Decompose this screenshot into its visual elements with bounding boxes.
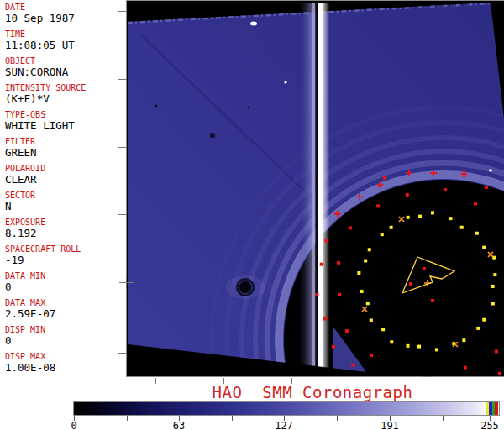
metadata-field: OBJECT SUN:CORONA <box>5 56 124 78</box>
fiducial-dot <box>407 216 410 219</box>
metadata-value: SUN:CORONA <box>5 66 124 78</box>
fiducial-dot <box>315 293 318 296</box>
fiducial-dot <box>431 299 434 302</box>
fiducial-dot <box>368 248 371 251</box>
metadata-value: 1.00E-08 <box>5 362 124 374</box>
fiducial-dot <box>423 267 426 270</box>
fiducial-dot <box>357 271 360 275</box>
axis-tick <box>118 214 127 215</box>
metadata-value: WHITE LIGHT <box>5 120 124 132</box>
fiducial-dot <box>493 273 496 276</box>
metadata-label: DATA MIN <box>5 271 124 281</box>
metadata-label: SPACECRAFT ROLL <box>5 244 124 254</box>
colorbar-tick <box>443 416 444 421</box>
fiducial-dot <box>435 348 438 351</box>
colorbar-tick <box>337 416 338 421</box>
fiducial-dot <box>460 226 464 229</box>
axis-tick <box>291 378 292 384</box>
metadata-label: SECTOR <box>5 191 124 200</box>
metadata-label: EXPOSURE <box>5 218 124 227</box>
plot-border-top <box>126 0 504 1</box>
metadata-field: SPACECRAFT ROLL -19 <box>5 244 124 266</box>
coronagraph-image-canvas[interactable] <box>126 0 504 377</box>
fiducial-dot <box>498 372 501 375</box>
metadata-value: 0 <box>5 281 124 293</box>
metadata-label: OBJECT <box>5 56 124 66</box>
plot-title: HAO SMM Coronagraph <box>213 383 413 401</box>
metadata-label: DISP MIN <box>5 325 124 334</box>
fiducial-dot <box>351 364 354 367</box>
metadata-field: DATA MIN 0 <box>5 271 124 293</box>
metadata-value: N <box>5 201 124 212</box>
metadata-field: SECTOR N <box>5 191 124 212</box>
fiducial-dot <box>431 211 434 214</box>
metadata-field: DATA MAX 2.59E-07 <box>5 298 124 320</box>
fiducial-dot <box>381 233 384 236</box>
fiducial-dot <box>383 176 386 180</box>
metadata-value: 2.59E-07 <box>5 308 124 320</box>
colorbar-tick-label: 255 <box>480 420 499 430</box>
fiducial-dot <box>491 302 495 305</box>
colorbar-tick-label: 191 <box>381 420 399 430</box>
metadata-value: 8.192 <box>5 228 124 239</box>
metadata-field: FILTER GREEN <box>5 137 124 159</box>
fiducial-dot <box>462 338 465 342</box>
coronagraph-image <box>126 0 504 377</box>
fiducial-dot <box>338 293 341 296</box>
metadata-label: DATE <box>5 3 124 12</box>
colorbar <box>73 401 500 416</box>
fiducial-dot <box>390 226 393 229</box>
axis-tick <box>360 378 360 384</box>
dark-speck <box>248 107 250 109</box>
metadata-value: 0 <box>5 335 124 347</box>
metadata-label: FILTER <box>5 137 124 146</box>
metadata-value: -19 <box>5 254 124 266</box>
axis-tick <box>223 378 224 384</box>
colorbar-tick <box>127 416 128 421</box>
metadata-field: POLAROID CLEAR <box>5 164 124 186</box>
axis-tick <box>118 11 127 12</box>
fiducial-dot <box>370 318 373 322</box>
fiducial-dot <box>390 340 393 343</box>
metadata-field: EXPOSURE 8.192 <box>5 218 124 239</box>
metadata-value: 10 Sep 1987 <box>5 13 124 24</box>
metadata-value: 11:08:05 UT <box>5 39 124 51</box>
axis-tick <box>496 378 496 384</box>
metadata-sidebar: DATE 10 Sep 1987 TIME 11:08:05 UT OBJECT… <box>0 0 126 430</box>
fiducial-dot <box>418 215 422 218</box>
plot-border-bottom <box>126 376 504 377</box>
axis-tick <box>422 376 433 377</box>
fiducial-dot <box>476 327 480 330</box>
fiducial-dot <box>376 204 380 207</box>
coronagraph-viewer-window: DATE 10 Sep 1987 TIME 11:08:05 UT OBJECT… <box>0 0 504 430</box>
colorbar-tick-label: 0 <box>71 420 76 430</box>
axis-tick <box>118 79 127 80</box>
fiducial-dot <box>332 345 335 349</box>
dark-speck <box>155 104 157 107</box>
metadata-label: DISP MAX <box>5 352 124 361</box>
axis-tick <box>155 378 156 384</box>
fiducial-dot <box>337 261 340 265</box>
fiducial-dot <box>449 217 452 220</box>
fiducial-dot <box>370 354 373 357</box>
metadata-label: INTENSITY SOURCE <box>5 83 124 92</box>
colorbar-tick <box>232 416 233 421</box>
fiducial-dot <box>475 232 479 235</box>
fiducial-dot <box>482 318 486 322</box>
metadata-field: DATE 10 Sep 1987 <box>5 3 124 24</box>
fiducial-dot <box>482 246 486 249</box>
fiducial-dot <box>325 239 328 243</box>
fiducial-dot <box>381 328 385 331</box>
metadata-field: DISP MIN 0 <box>5 325 124 347</box>
metadata-field: DISP MAX 1.00E-08 <box>5 352 124 374</box>
metadata-field: TIME 11:08:05 UT <box>5 29 124 51</box>
metadata-value: CLEAR <box>5 174 124 186</box>
fiducial-dot <box>366 302 370 305</box>
fiducial-dot <box>474 202 477 205</box>
metadata-value: GREEN <box>5 147 124 159</box>
white-speck <box>250 22 257 26</box>
dark-speck <box>210 133 215 138</box>
fiducial-dot <box>464 366 467 370</box>
metadata-label: TYPE-OBS <box>5 110 124 119</box>
plot-border-left <box>126 0 127 377</box>
